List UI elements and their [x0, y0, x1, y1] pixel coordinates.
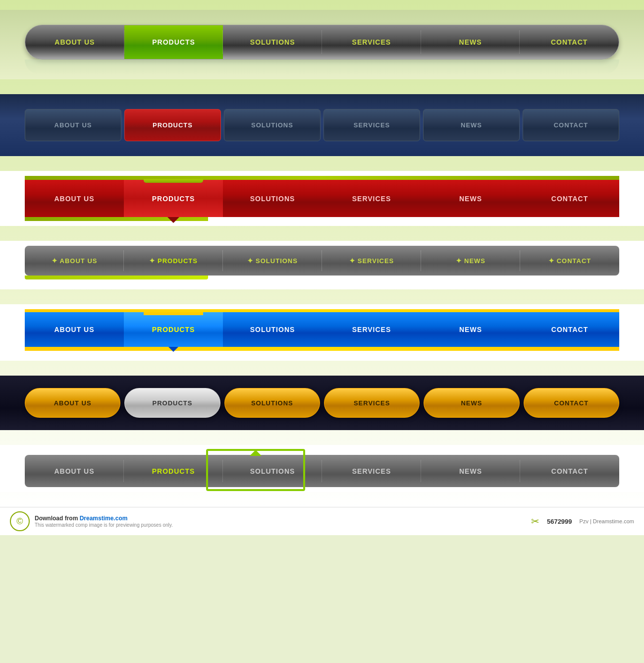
nav1-services[interactable]: SERVICES [322, 25, 421, 59]
nav2-solutions[interactable]: SOLUTIONS [224, 109, 321, 141]
nav7-products[interactable]: PRODUCTS [124, 455, 223, 487]
nav4-contact[interactable]: ✦ CONTACT [520, 246, 619, 276]
nav4-about[interactable]: ✦ ABOUT US [25, 246, 124, 276]
nav2-about[interactable]: ABOUT US [25, 109, 121, 141]
nav6-solutions[interactable]: SOLUTIONS [224, 388, 320, 418]
nav7-about[interactable]: ABOUT US [25, 455, 124, 487]
nav5-bar: ABOUT US PRODUCTS SOLUTIONS SERVICES NEW… [25, 312, 619, 347]
nav5-solutions[interactable]: SOLUTIONS [223, 312, 322, 347]
nav3-products[interactable]: PRODUCTS [124, 180, 223, 217]
nav7-services[interactable]: SERVICES [322, 455, 421, 487]
nav2-bar: ABOUT US PRODUCTS SOLUTIONS SERVICES NEW… [25, 109, 619, 141]
nav1-section: ABOUT US PRODUCTS SOLUTIONS SERVICES NEW… [0, 10, 644, 79]
nav3-section: ABOUT US PRODUCTS SOLUTIONS SERVICES NEW… [0, 171, 644, 226]
footer: © Download from Dreamstime.com This wate… [0, 507, 644, 535]
nav1-products[interactable]: PRODUCTS [124, 25, 223, 59]
nav6-products[interactable]: PRODUCTS [124, 388, 220, 418]
nav3-bottom-accent [25, 217, 619, 221]
nav3-news[interactable]: NEWS [421, 180, 520, 217]
footer-right: ✂ 5672999 Pzv | Dreamstime.com [531, 515, 634, 527]
nav5-contact[interactable]: CONTACT [520, 312, 619, 347]
nav1-about[interactable]: ABOUT US [25, 25, 124, 59]
nav7-section: ABOUT US PRODUCTS SOLUTIONS SERVICES NEW… [0, 445, 644, 492]
nav5-products[interactable]: PRODUCTS [124, 312, 223, 347]
nav1-reflection [25, 59, 619, 74]
nav7-news[interactable]: NEWS [421, 455, 520, 487]
nav5-services[interactable]: SERVICES [322, 312, 421, 347]
nav4-products[interactable]: ✦ PRODUCTS [124, 246, 223, 276]
nav4-bar: ✦ ABOUT US ✦ PRODUCTS ✦ SOLUTIONS ✦ SERV… [25, 246, 619, 276]
nav6-section: ABOUT US PRODUCTS SOLUTIONS SERVICES NEW… [0, 376, 644, 430]
scissors-icon: ✂ [531, 515, 539, 527]
nav6-services[interactable]: SERVICES [324, 388, 420, 418]
nav4-bottom-accent [25, 276, 619, 279]
nav2-news[interactable]: NEWS [423, 109, 520, 141]
nav1-contact[interactable]: CONTACT [520, 25, 619, 59]
nav6-contact[interactable]: CONTACT [524, 388, 619, 418]
footer-text: Download from Dreamstime.com This waterm… [35, 515, 173, 528]
nav6-news[interactable]: NEWS [424, 388, 519, 418]
nav3-services[interactable]: SERVICES [322, 180, 421, 217]
nav7-contact[interactable]: CONTACT [520, 455, 619, 487]
nav6-about[interactable]: ABOUT US [25, 388, 120, 418]
nav5-about[interactable]: ABOUT US [25, 312, 124, 347]
nav2-products[interactable]: PRODUCTS [124, 109, 221, 141]
nav4-services[interactable]: ✦ SERVICES [322, 246, 421, 276]
nav7-bar: ABOUT US PRODUCTS SOLUTIONS SERVICES NEW… [25, 455, 619, 487]
nav5-bottom-accent [25, 347, 619, 351]
nav4-section: ✦ ABOUT US ✦ PRODUCTS ✦ SOLUTIONS ✦ SERV… [0, 241, 644, 289]
nav4-solutions[interactable]: ✦ SOLUTIONS [223, 246, 322, 276]
nav2-services[interactable]: SERVICES [323, 109, 420, 141]
nav6-bar: ABOUT US PRODUCTS SOLUTIONS SERVICES NEW… [25, 388, 619, 418]
nav3-solutions[interactable]: SOLUTIONS [223, 180, 322, 217]
nav1-bar: ABOUT US PRODUCTS SOLUTIONS SERVICES NEW… [25, 25, 619, 59]
nav7-active-indicator [206, 449, 305, 491]
nav5-news[interactable]: NEWS [421, 312, 520, 347]
nav4-news[interactable]: ✦ NEWS [421, 246, 520, 276]
nav3-top-accent [25, 176, 619, 180]
nav5-section: ABOUT US PRODUCTS SOLUTIONS SERVICES NEW… [0, 304, 644, 361]
nav2-contact[interactable]: CONTACT [523, 109, 619, 141]
nav1-solutions[interactable]: SOLUTIONS [223, 25, 322, 59]
nav3-contact[interactable]: CONTACT [520, 180, 619, 217]
nav3-bar: ABOUT US PRODUCTS SOLUTIONS SERVICES NEW… [25, 180, 619, 217]
nav3-about[interactable]: ABOUT US [25, 180, 124, 217]
nav2-section: ABOUT US PRODUCTS SOLUTIONS SERVICES NEW… [0, 94, 644, 156]
nav1-news[interactable]: NEWS [421, 25, 520, 59]
footer-logo: © [10, 511, 30, 531]
